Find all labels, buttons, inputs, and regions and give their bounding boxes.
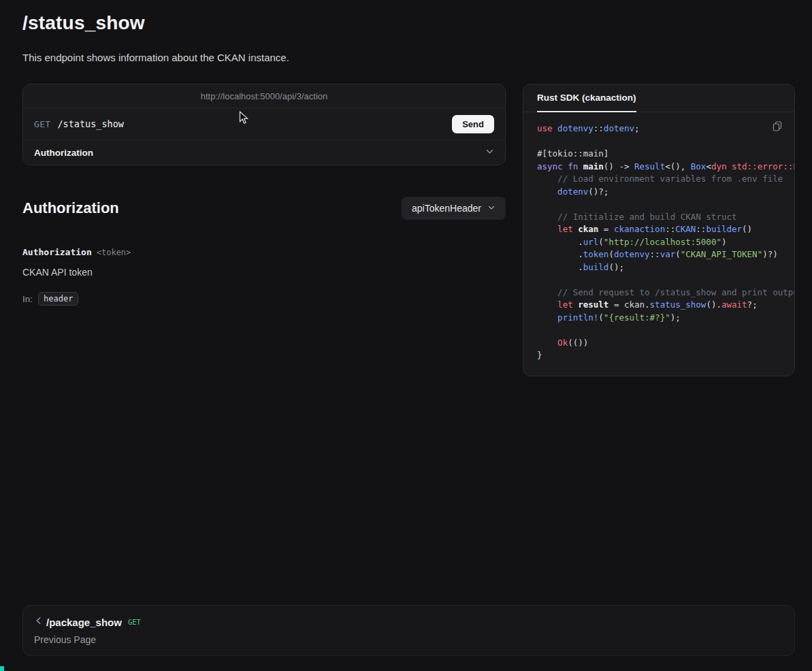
- token-param-type: <token>: [97, 248, 131, 257]
- token-in-value-chip: header: [38, 292, 78, 306]
- request-auth-row[interactable]: Authorization: [23, 140, 505, 165]
- previous-page-top-row: /package_show GET: [34, 616, 783, 628]
- chevron-left-icon: [34, 616, 44, 628]
- previous-page-label: Previous Page: [34, 634, 783, 645]
- code-line: [537, 324, 794, 337]
- auth-scheme-select[interactable]: apiTokenHeader: [402, 197, 506, 220]
- code-line: .url("http://localhost:5000"): [537, 236, 794, 249]
- request-auth-label: Authorization: [34, 148, 93, 158]
- previous-page-path: /package_show: [46, 617, 122, 628]
- authorization-section: Authorization apiTokenHeader Authorizati…: [22, 197, 506, 306]
- rust-code-block[interactable]: use dotenvy::dotenv; #[tokio::main]async…: [537, 122, 794, 362]
- page-description: This endpoint shows information about th…: [22, 52, 795, 63]
- copy-code-button[interactable]: [770, 118, 785, 136]
- sdk-example-card: Rust SDK (ckanaction) use dotenvy::doten…: [523, 84, 795, 376]
- code-line: .token(dotenvy::var("CKAN_API_TOKEN")?): [537, 248, 794, 261]
- code-line: println!("{result:#?}");: [537, 312, 794, 325]
- chevron-down-icon: [485, 146, 494, 159]
- authorization-heading: Authorization: [22, 199, 119, 217]
- sdk-tab-rust[interactable]: Rust SDK (ckanaction): [537, 84, 636, 112]
- code-line: .build();: [537, 261, 794, 274]
- code-line: #[tokio::main]: [537, 148, 794, 161]
- request-method-row: GET /status_show Send: [23, 108, 505, 140]
- left-column: http://localhost:5000/api/3/action GET /…: [22, 84, 506, 306]
- code-line: Ok(()): [537, 337, 794, 350]
- corner-accent-badge: [0, 666, 4, 671]
- token-in-label: In:: [22, 294, 33, 304]
- page: /status_show This endpoint shows informa…: [0, 0, 812, 656]
- sdk-card-header: Rust SDK (ckanaction): [523, 84, 794, 112]
- code-line: [537, 198, 794, 211]
- previous-page-method-badge: GET: [128, 618, 141, 626]
- code-line: [537, 274, 794, 287]
- code-line: let ckan = ckanaction::CKAN::builder(): [537, 223, 794, 236]
- token-description: CKAN API token: [22, 267, 506, 278]
- code-line: dotenv()?;: [537, 186, 794, 199]
- token-param-name: Authorization: [22, 247, 92, 257]
- base-url: http://localhost:5000/api/3/action: [201, 91, 327, 101]
- clipboard-icon: [773, 123, 782, 133]
- code-line: use dotenvy::dotenv;: [537, 122, 794, 135]
- previous-page-card[interactable]: /package_show GET Previous Page: [22, 605, 795, 656]
- code-line: // Load environment variables from .env …: [537, 173, 794, 186]
- code-line: let result = ckan.status_show().await?;: [537, 299, 794, 312]
- request-card: http://localhost:5000/api/3/action GET /…: [22, 84, 506, 165]
- authorization-heading-row: Authorization apiTokenHeader: [22, 197, 506, 220]
- right-column: Rust SDK (ckanaction) use dotenvy::doten…: [523, 84, 795, 376]
- chevron-down-icon: [487, 203, 496, 214]
- token-param-row: Authorization <token>: [22, 247, 506, 257]
- token-in-row: In: header: [22, 292, 506, 306]
- http-method: GET: [34, 119, 50, 129]
- page-title: /status_show: [22, 12, 795, 34]
- content-columns: http://localhost:5000/api/3/action GET /…: [22, 84, 795, 605]
- code-line: async fn main() -> Result<(), Box<dyn st…: [537, 161, 794, 174]
- code-line: // Send request to /status_show and prin…: [537, 287, 794, 299]
- code-line: [537, 135, 794, 148]
- auth-scheme-value: apiTokenHeader: [412, 203, 481, 214]
- code-line: }: [537, 349, 794, 362]
- code-line: // Initialize and build CKAN struct: [537, 211, 794, 224]
- send-button[interactable]: Send: [452, 115, 494, 133]
- code-block-wrapper: use dotenvy::dotenv; #[tokio::main]async…: [523, 112, 794, 376]
- endpoint-path: /status_show: [57, 118, 124, 129]
- base-url-bar[interactable]: http://localhost:5000/api/3/action: [23, 84, 505, 108]
